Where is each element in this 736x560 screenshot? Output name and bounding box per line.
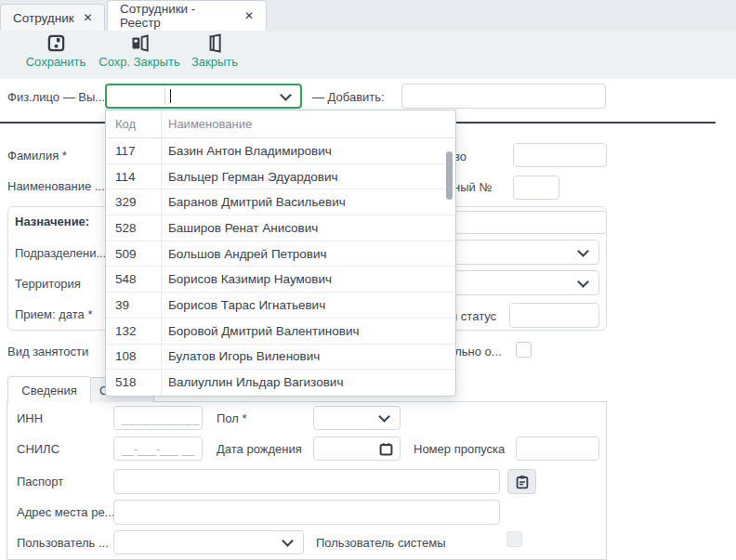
row-name: Баширов Ренат Анисович [161,221,318,235]
row-name: Борисов Казимир Наумович [161,272,332,286]
save-button-label: Сохранить [26,55,86,69]
toolbar: Сохранить Сохр. Закрыть Закрыть [0,31,736,79]
inn-mask: ___________ [114,407,202,431]
dropdown-popup: Код Наименование 117 Базин Антон Владими… [105,110,456,397]
window-tab-employee[interactable]: Сотрудник ✕ [0,4,105,31]
address-label: Адрес места ре... [17,505,114,519]
combobox-code-divider [164,87,165,105]
tab-label: Сведения [21,384,76,397]
row-code: 39 [106,298,161,312]
birthdate-label: Дата рождения [217,442,302,456]
row-code: 509 [106,247,161,261]
dropdown-row[interactable]: 108 Булатов Игорь Виленович [106,345,455,371]
add-person-input[interactable] [401,84,606,109]
row-name: Большов Андрей Петрович [161,247,327,261]
person-combobox[interactable] [105,84,302,109]
window-tab-label: Сотрудники - Реестр [120,2,235,30]
calendar-icon[interactable] [379,442,393,456]
save-button[interactable]: Сохранить [17,33,95,69]
system-user-checkbox [506,531,522,547]
dropdown-row[interactable]: 518 Валиуллин Ильдар Вагизович [106,370,455,395]
close-icon[interactable]: ✕ [244,9,254,22]
text-caret [170,89,171,103]
app: Сотрудник ✕ Сотрудники - Реестр ✕ Сохран… [0,0,736,560]
chevron-down-icon [378,410,390,423]
pass-number-label: Номер пропуска [414,442,505,456]
person-field-label: Физ.лицо — Вы... [7,90,105,104]
row-code: 528 [106,221,161,235]
fullname-label: Наименование ... [7,179,105,193]
row-name: Бальцер Герман Эдуардович [161,170,338,184]
passport-label: Паспорт [17,475,63,488]
dropdown-scrollbar-thumb[interactable] [446,151,453,200]
row-name: Базин Антон Владимирович [161,144,332,158]
tab-svedeniya[interactable]: Сведения [7,376,91,403]
personnel-number-input[interactable] [513,176,559,200]
inn-input[interactable]: ___________ [113,406,203,430]
dropdown-row[interactable]: 114 Бальцер Герман Эдуардович [106,164,455,190]
dropdown-col-name: Наименование [161,117,252,131]
row-code: 114 [106,170,161,184]
clipboard-paste-icon [515,475,530,489]
pass-number-input[interactable] [516,436,599,461]
gender-select[interactable] [313,406,401,430]
row-code: 518 [106,375,161,389]
personnel-number-label-partial: ный № [453,180,492,194]
birthdate-input[interactable] [313,436,401,461]
window-tab-bar: Сотрудник ✕ Сотрудники - Реестр ✕ [0,0,736,31]
dropdown-row[interactable]: 329 Баранов Дмитрий Васильевич [106,189,455,215]
paste-button[interactable] [507,469,536,494]
save-close-button[interactable]: Сохр. Закрыть [97,33,182,69]
row-name: Булатов Игорь Виленович [161,349,320,363]
inn-label: ИНН [17,411,43,425]
surname-label: Фамилия * [7,149,67,163]
dropdown-row[interactable]: 117 Базин Антон Владимирович [106,138,455,164]
row-name: Борисов Тарас Игнатьевич [161,298,325,312]
dropdown-header: Код Наименование [106,111,455,138]
row-code: 329 [106,195,161,209]
row-code: 132 [106,324,161,338]
department-label: Подразделени... [15,246,106,260]
user-label: Пользователь ... [17,536,109,550]
save-close-button-label: Сохр. Закрыть [99,55,180,69]
dropdown-row[interactable]: 132 Боровой Дмитрий Валентинович [106,319,455,345]
dropdown-row[interactable]: 528 Баширов Ренат Анисович [106,215,455,241]
row-code: 548 [106,272,161,286]
row-name: Валиуллин Ильдар Вагизович [161,375,343,389]
status-label-partial: й статус [451,309,496,323]
save-icon [46,33,66,53]
dropdown-row[interactable]: 509 Большов Андрей Петрович [106,241,455,267]
dropdown-row[interactable]: 548 Борисов Казимир Наумович [106,267,455,293]
material-checkbox[interactable] [516,342,532,358]
dropdown-row[interactable]: 39 Борисов Тарас Игнатьевич [106,293,455,319]
territory-label: Территория [15,277,81,291]
user-select[interactable] [113,530,304,554]
window-tab-label: Сотрудник [13,11,74,25]
snils-mask: __-___-___ __ [114,437,202,462]
snils-input[interactable]: __-___-___ __ [113,436,203,461]
assignment-group-label: Назначение: [15,215,89,228]
gender-label: Пол * [217,411,247,425]
chevron-down-icon [577,245,589,257]
row-name: Баранов Дмитрий Васильевич [161,195,346,209]
close-button-label: Закрыть [191,55,238,69]
chevron-down-icon [282,535,294,547]
row-code: 117 [106,144,161,158]
add-field-label: — Добавить: [312,90,385,104]
window-tab-employees-registry[interactable]: Сотрудники - Реестр ✕ [107,0,267,31]
close-button[interactable]: Закрыть [186,33,243,69]
employment-type-label: Вид занятости [7,345,88,358]
dropdown-col-code: Код [106,117,161,131]
system-user-label: Пользователь системы [316,536,446,550]
chevron-down-icon [577,276,589,288]
address-input[interactable] [113,500,500,525]
chevron-down-icon [280,89,292,101]
patronymic-input[interactable] [513,143,607,167]
passport-input[interactable] [113,469,500,494]
dropdown-column-divider [161,111,162,396]
assignment-row-input[interactable] [453,211,607,234]
status-input[interactable] [509,303,599,328]
snils-label: СНИЛС [17,442,59,456]
close-icon[interactable]: ✕ [84,11,93,24]
row-name: Боровой Дмитрий Валентинович [161,324,359,338]
